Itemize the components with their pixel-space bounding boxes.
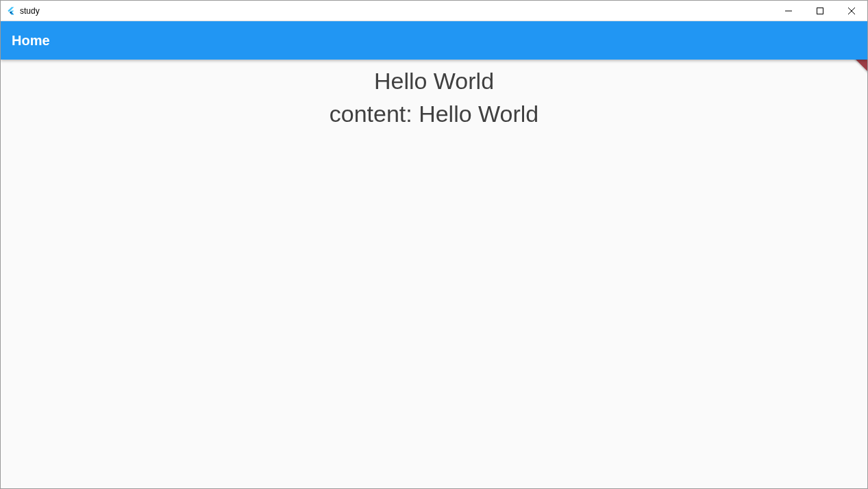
body-text-line1: Hello World <box>374 65 494 98</box>
window-controls <box>773 1 867 21</box>
appbar-title: Home <box>12 33 50 49</box>
body-content: Hello World content: Hello World <box>1 60 867 130</box>
body-text-line2: content: Hello World <box>330 98 539 131</box>
window-title: study <box>20 6 40 16</box>
svg-rect-1 <box>817 8 823 14</box>
app-area: Home Hello World content: Hello World DE… <box>1 21 867 488</box>
app-bar: Home <box>1 21 867 60</box>
maximize-button[interactable] <box>804 1 836 21</box>
close-button[interactable] <box>836 1 867 21</box>
flutter-logo-icon <box>6 6 16 16</box>
titlebar-left: study <box>6 6 40 16</box>
minimize-button[interactable] <box>773 1 804 21</box>
window-titlebar: study <box>1 1 867 21</box>
